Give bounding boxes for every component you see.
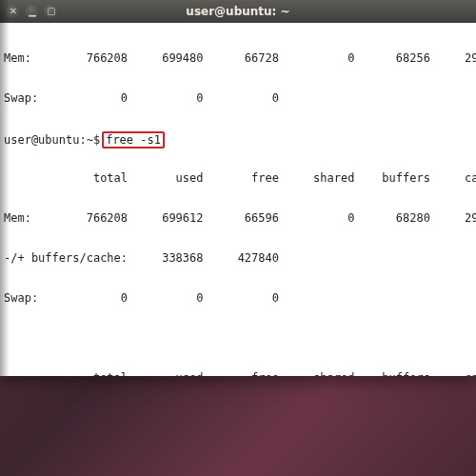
header-line: total used free shared buffers cached <box>4 171 472 185</box>
titlebar[interactable]: ✕ ▁ ▢ user@ubuntu: ~ <box>0 0 476 23</box>
window-controls: ✕ ▁ ▢ <box>6 4 59 19</box>
terminal-window: ✕ ▁ ▢ user@ubuntu: ~ Mem: 766208 699480 … <box>0 0 476 376</box>
minimize-icon[interactable]: ▁ <box>25 4 40 19</box>
output-line: Swap: 0 0 0 <box>4 91 472 105</box>
close-icon[interactable]: ✕ <box>6 4 21 19</box>
window-title: user@ubuntu: ~ <box>0 5 476 18</box>
command-highlight: free -s1 <box>102 131 165 149</box>
output-line: Mem: 766208 699612 66596 0 68280 292964 <box>4 211 472 225</box>
terminal-body[interactable]: Mem: 766208 699480 66728 0 68256 292960 … <box>0 23 476 376</box>
maximize-icon[interactable]: ▢ <box>44 4 59 19</box>
prompt-line: user@ubuntu:~$free -s1 <box>4 131 472 145</box>
output-line <box>4 331 472 345</box>
prompt-text: user@ubuntu:~$ <box>4 133 100 147</box>
header-line: total used free shared buffers cached <box>4 371 472 376</box>
output-line: Mem: 766208 699480 66728 0 68256 292960 <box>4 51 472 65</box>
output-line: Swap: 0 0 0 <box>4 291 472 305</box>
output-line: -/+ buffers/cache: 338368 427840 <box>4 251 472 265</box>
